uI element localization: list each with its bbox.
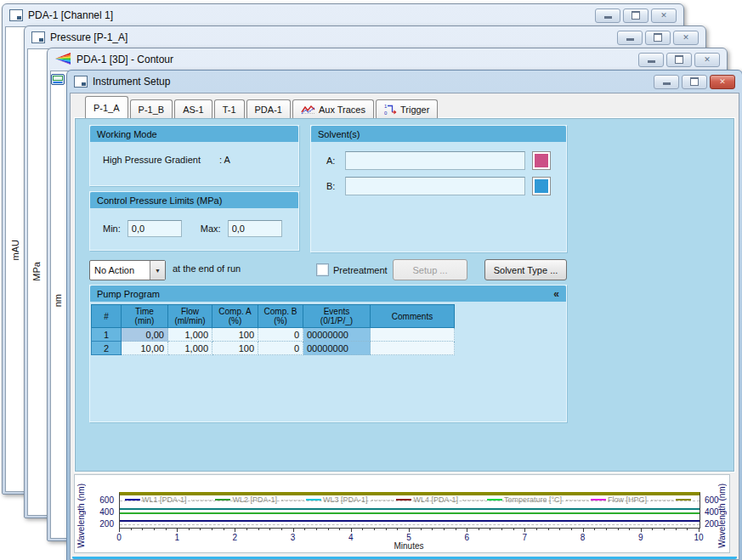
column-header-comp-a: Comp. A(%) [212,305,258,328]
setup-button[interactable]: Setup ... [393,259,467,280]
legend-label: WL2 [PDA-1] [232,495,277,504]
y-tick-label-left: 200 [92,519,114,529]
close-button[interactable]: ✕ [710,75,735,89]
instrument-setup-client: P-1_AP-1_BAS-1T-1PDA-1Aux Traces10Trigge… [70,93,739,560]
column-header-flow: Flow(ml/min) [168,305,212,328]
tab-p-1-a[interactable]: P-1_A [85,96,128,118]
column-header-comments: Comments [371,305,455,328]
titlebar-instrument-setup[interactable]: Instrument Setup ✕ [70,71,739,93]
dropdown-value: No Action [90,265,150,275]
restore-button[interactable] [682,75,707,89]
group-header: Solvent(s) [318,129,360,139]
axis-label-nm: nm [53,294,63,307]
legend-leader [371,500,394,501]
solvent-b-color-swatch[interactable] [532,177,551,195]
column-header-events: Events(0/1/P/_) [303,305,371,328]
tab-aux-traces[interactable]: Aux Traces [292,99,374,118]
aux-traces-icon [301,105,315,115]
tab-page-p1a: Working Mode High Pressure Gradient : A … [74,117,735,472]
trace-line [120,508,700,510]
restore-button[interactable] [666,53,692,67]
collapse-button[interactable]: « [553,288,559,300]
contour-rainbow-icon [54,53,71,67]
y-tick-label-right: 200 [705,519,727,529]
close-button[interactable]: ✕ [651,8,677,23]
tab-label: T-1 [223,105,236,115]
minimize-button[interactable] [617,31,643,45]
pretreatment-checkbox[interactable] [316,263,329,276]
tab-p-1-b[interactable]: P-1_B [130,99,173,118]
tab-pda-1[interactable]: PDA-1 [246,99,291,118]
end-of-run-label: at the end of run [173,263,241,274]
contour-toolbar-icon[interactable] [51,73,65,88]
close-button[interactable]: ✕ [694,53,720,67]
minimize-button[interactable] [595,8,620,23]
restore-button[interactable] [645,31,671,45]
table-cell[interactable]: 100 [212,342,258,355]
window-icon [9,9,23,21]
restore-button[interactable] [623,8,649,23]
legend-label: WL4 [PDA-1] [413,495,458,504]
legend-label: Flow [HPG] [608,495,647,504]
table-cell[interactable] [371,328,455,342]
legend-sample [487,499,502,501]
table-cell[interactable]: 0 [258,342,303,355]
group-pressure-limits: Control Pressure Limits (MPa) Min: Max: [89,191,299,251]
column-header--: # [92,305,122,328]
minimize-button[interactable] [638,53,664,67]
window-instrument-setup: Instrument Setup ✕ P-1_AP-1_BAS-1T-1PDA-… [66,70,742,560]
titlebar-contour[interactable]: PDA-1 [3D] - Contour ✕ [50,48,724,71]
x-tick [524,528,525,532]
solvent-b-label: B: [326,181,335,191]
titlebar-pda1-channel1[interactable]: PDA-1 [Channel 1] ✕ [5,4,681,26]
solvent-a-color-swatch[interactable] [532,151,551,170]
table-cell[interactable]: 10,00 [122,342,168,355]
tab-label: AS-1 [183,105,203,115]
chevron-down-icon: ▼ [150,261,165,280]
table-cell[interactable] [371,342,455,355]
solvent-b-input[interactable] [345,177,525,195]
svg-text:1: 1 [384,104,388,109]
svg-text:0: 0 [384,110,388,115]
legend-leader [281,500,303,501]
x-tick [583,528,584,532]
tab-t-1[interactable]: T-1 [214,99,245,118]
group-pump-program: Pump Program « #Time(min)Flow(ml/min)Com… [89,285,567,422]
solvent-a-input[interactable] [345,151,525,170]
legend-leader [651,500,673,501]
close-button[interactable]: ✕ [673,31,699,45]
tab-label: Trigger [400,105,429,115]
window-icon [31,31,45,43]
tab-trigger[interactable]: 10Trigger [376,99,438,118]
table-cell[interactable]: 0 [258,328,303,342]
legend-label: WL3 [PDA-1] [323,495,368,504]
x-tick [293,528,294,532]
x-tick [119,528,120,532]
table-cell[interactable]: 1,000 [168,328,212,342]
minimize-button[interactable] [654,75,679,89]
legend-sample [591,499,606,501]
x-tick [409,528,410,532]
legend-sample [215,499,230,501]
max-pressure-input[interactable] [228,220,282,237]
axis-label-mpa: MPa [31,262,42,281]
table-cell[interactable]: 00000000 [303,342,371,355]
titlebar-pressure[interactable]: Pressure [P-1_A] ✕ [27,26,703,48]
end-of-run-dropdown[interactable]: No Action ▼ [89,260,166,280]
min-label: Min: [103,223,121,234]
chart-legend: WL1 [PDA-1]WL2 [PDA-1]WL3 [PDA-1]WL4 [PD… [125,495,691,505]
solvent-type-button[interactable]: Solvent Type ... [484,259,567,280]
table-cell[interactable]: 1,000 [168,342,212,355]
tab-as-1[interactable]: AS-1 [174,99,212,118]
active-window-bottom-accent [72,557,737,559]
column-header-time: Time(min) [122,305,168,328]
min-pressure-input[interactable] [127,220,182,237]
max-label: Max: [201,223,221,234]
table-cell[interactable]: 0,00 [122,328,168,342]
trace-line [120,520,700,522]
y-tick-label-right: 600 [705,495,727,505]
table-cell[interactable]: 00000000 [303,328,371,342]
window-title: PDA-1 [Channel 1] [28,9,113,21]
gridline-200 [120,524,700,525]
table-cell[interactable]: 100 [212,328,258,342]
